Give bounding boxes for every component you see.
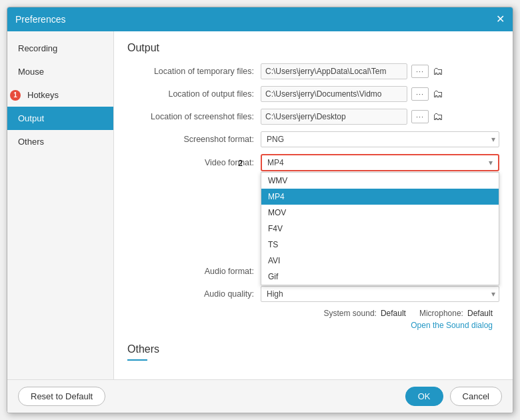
video-format-option-gif[interactable]: Gif (261, 269, 499, 285)
output-files-row: Location of output files: C:\Users\jerry… (127, 86, 499, 102)
video-format-option-f4v[interactable]: F4V (261, 221, 499, 237)
cancel-button[interactable]: Cancel (450, 387, 502, 406)
output-files-label: Location of output files: (127, 89, 261, 99)
sidebar-item-label: Recording (18, 43, 57, 53)
output-files-value: C:\Users\jerry\Documents\Vidmo (261, 86, 407, 102)
screenshot-files-label: Location of screenshot files: (127, 112, 261, 121)
screenshot-files-row: Location of screenshot files: C:\Users\j… (127, 109, 499, 125)
temp-files-value-container: C:\Users\jerry\AppData\Local\Tem ··· 🗂 (261, 63, 499, 79)
screenshot-format-select[interactable]: PNG (261, 131, 499, 147)
others-section: Others (127, 343, 499, 361)
sidebar-item-recording[interactable]: Recording (7, 37, 113, 60)
audio-quality-select[interactable]: High (261, 286, 499, 302)
section-title: Output (127, 42, 499, 54)
open-sound-dialog-link[interactable]: Open the Sound dialog (127, 321, 499, 330)
dialog-title: Preferences (15, 14, 65, 25)
video-format-option-ts[interactable]: TS (261, 237, 499, 253)
sidebar-item-others[interactable]: Others (7, 130, 113, 153)
sidebar-item-label: Mouse (18, 67, 44, 77)
screenshot-files-value-container: C:\Users\jerry\Desktop ··· 🗂 (261, 109, 499, 125)
screenshot-format-wrapper: PNG ▾ (261, 131, 499, 147)
screenshot-format-row: Screenshot format: PNG ▾ (127, 131, 499, 147)
dialog-body: Recording Mouse 1 Hotkeys Output Others … (7, 31, 513, 379)
sound-row: System sound: Default Microphone: Defaul… (127, 309, 499, 318)
sidebar-item-hotkeys[interactable]: 1 Hotkeys (7, 83, 113, 107)
temp-files-label: Location of temporary files: (127, 67, 261, 76)
screenshot-files-folder-button[interactable]: 🗂 (433, 111, 443, 123)
sidebar-item-label: Hotkeys (27, 90, 59, 100)
sidebar-item-mouse[interactable]: Mouse (7, 60, 113, 83)
audio-quality-label: Audio quality: (127, 289, 261, 299)
system-sound-value: Default (381, 309, 406, 318)
screenshot-files-value: C:\Users\jerry\Desktop (261, 109, 407, 125)
footer-right: OK Cancel (405, 387, 502, 406)
sidebar-item-label: Others (18, 137, 44, 147)
video-format-wrapper: MP4 ▾ WMV MP4 MOV F4V TS AVI Gif (261, 154, 499, 171)
others-underline (127, 359, 147, 361)
others-section-title: Others (127, 343, 499, 355)
sidebar-item-label: Output (18, 113, 44, 123)
output-files-value-container: C:\Users\jerry\Documents\Vidmo ··· 🗂 (261, 86, 499, 102)
video-format-option-mov[interactable]: MOV (261, 205, 499, 221)
audio-format-label: Audio format: (127, 267, 261, 276)
microphone-item: Microphone: Default (419, 309, 493, 318)
video-format-option-avi[interactable]: AVI (261, 253, 499, 269)
temp-files-folder-button[interactable]: 🗂 (433, 65, 443, 77)
title-bar: Preferences ✕ (7, 7, 513, 31)
sidebar-item-output[interactable]: Output (7, 107, 113, 130)
step1-badge: 1 (10, 90, 21, 101)
video-format-arrow-icon: ▾ (489, 158, 493, 167)
video-format-option-wmv[interactable]: WMV (261, 173, 499, 189)
screenshot-files-dots-button[interactable]: ··· (411, 110, 429, 123)
video-format-option-mp4[interactable]: MP4 (261, 189, 499, 205)
reset-button[interactable]: Reset to Default (18, 387, 105, 406)
audio-quality-wrapper: High ▾ (261, 286, 499, 302)
dialog-footer: Reset to Default OK Cancel (7, 379, 513, 413)
output-files-folder-button[interactable]: 🗂 (433, 88, 443, 100)
sidebar: Recording Mouse 1 Hotkeys Output Others (7, 31, 114, 379)
close-button[interactable]: ✕ (496, 14, 505, 25)
microphone-value: Default (467, 309, 493, 318)
audio-quality-row: Audio quality: High ▾ (127, 286, 499, 302)
preferences-dialog: Preferences ✕ Recording Mouse 1 Hotkeys … (7, 7, 513, 413)
system-sound-label: System sound: (324, 309, 377, 318)
video-format-row: 2 Video format: MP4 ▾ WMV MP4 MOV F4V TS… (127, 154, 499, 171)
ok-button[interactable]: OK (405, 387, 443, 406)
screenshot-format-label: Screenshot format: (127, 135, 261, 144)
temp-files-dots-button[interactable]: ··· (411, 65, 429, 78)
output-files-dots-button[interactable]: ··· (411, 87, 429, 101)
temp-files-row: Location of temporary files: C:\Users\je… (127, 63, 499, 79)
temp-files-value: C:\Users\jerry\AppData\Local\Tem (261, 63, 407, 79)
microphone-label: Microphone: (419, 309, 463, 318)
video-format-current-value: MP4 (267, 158, 489, 167)
system-sound-item: System sound: Default (324, 309, 406, 318)
main-content: Output Location of temporary files: C:\U… (114, 31, 513, 379)
step2-badge: 2 (238, 158, 243, 168)
video-format-dropdown-list: WMV MP4 MOV F4V TS AVI Gif (261, 172, 499, 285)
